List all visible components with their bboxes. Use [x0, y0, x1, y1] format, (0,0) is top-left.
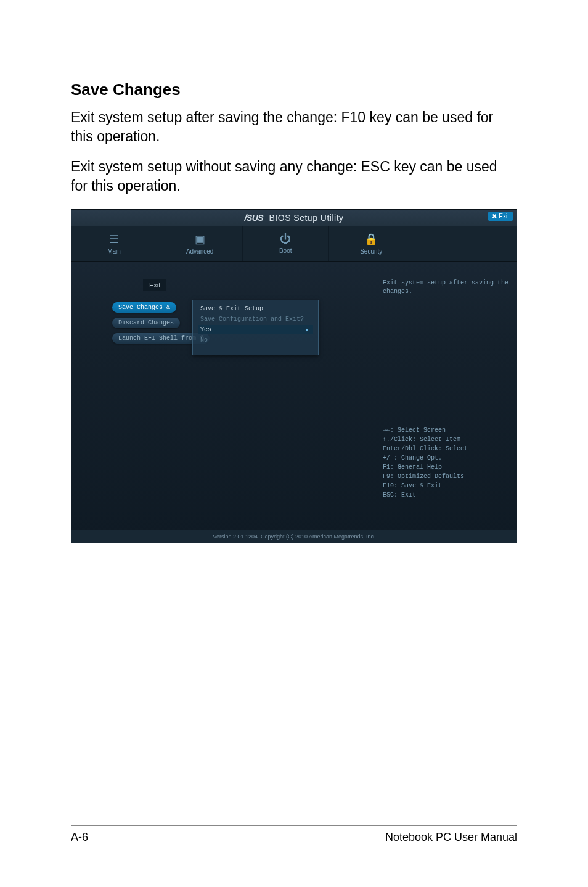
tab-boot[interactable]: ⏻ Boot: [243, 226, 329, 261]
bios-screenshot: /SUS BIOS Setup Utility ✖ Exit ☰ Main ▣ …: [71, 209, 517, 543]
context-help-text: Exit system setup after saving the chang…: [383, 279, 509, 296]
exit-section-header: Exit: [143, 279, 166, 291]
tab-advanced[interactable]: ▣ Advanced: [157, 226, 243, 261]
legend-line: ↑↓/Click: Select Item: [383, 435, 509, 444]
menu-save-changes[interactable]: Save Changes &: [112, 302, 176, 313]
tab-spacer: [414, 226, 517, 261]
page-number: A-6: [71, 831, 88, 844]
bios-exit-button[interactable]: ✖ Exit: [488, 212, 513, 221]
legend-line: F10: Save & Exit: [383, 481, 509, 490]
exit-icon: ✖: [492, 213, 497, 220]
menu-discard-changes[interactable]: Discard Changes: [112, 318, 180, 328]
popup-title: Save & Exit Setup: [198, 304, 313, 313]
bios-help-panel: Exit system setup after saving the chang…: [375, 262, 517, 530]
lock-icon: 🔒: [364, 233, 378, 246]
section-heading: Save Changes: [71, 80, 517, 99]
popup-no[interactable]: No: [198, 336, 313, 345]
legend-line: F1: General Help: [383, 463, 509, 472]
confirm-popup: Save & Exit Setup Save Configuration and…: [192, 300, 319, 355]
popup-yes[interactable]: Yes: [198, 325, 313, 334]
legend-line: →←: Select Screen: [383, 426, 509, 435]
brand-logo-text: /SUS: [244, 213, 263, 223]
tab-label: Advanced: [186, 248, 213, 255]
tab-label: Security: [360, 248, 382, 255]
legend-line: ESC: Exit: [383, 490, 509, 500]
bios-footer-text: Version 2.01.1204. Copyright (C) 2010 Am…: [71, 530, 517, 543]
bios-tabs: ☰ Main ▣ Advanced ⏻ Boot 🔒 Security: [71, 226, 517, 262]
manual-title: Notebook PC User Manual: [385, 831, 517, 844]
list-icon: ☰: [109, 233, 119, 246]
bios-title-text: BIOS Setup Utility: [269, 213, 344, 223]
page-footer: A-6 Notebook PC User Manual: [71, 825, 517, 844]
popup-question: Save Configuration and Exit?: [198, 315, 313, 324]
tab-security[interactable]: 🔒 Security: [329, 226, 414, 261]
power-icon: ⏻: [280, 233, 291, 245]
tab-main[interactable]: ☰ Main: [71, 226, 157, 261]
key-legend: →←: Select Screen ↑↓/Click: Select Item …: [383, 419, 509, 500]
bios-title: /SUS BIOS Setup Utility: [244, 213, 343, 223]
tab-label: Main: [107, 248, 121, 255]
exit-label: Exit: [499, 213, 509, 220]
bios-titlebar: /SUS BIOS Setup Utility ✖ Exit: [71, 210, 517, 226]
body-paragraph-1: Exit system setup after saving the chang…: [71, 108, 517, 146]
body-paragraph-2: Exit system setup without saving any cha…: [71, 157, 517, 196]
legend-line: Enter/Dbl Click: Select: [383, 444, 509, 453]
chip-icon: ▣: [195, 233, 205, 246]
legend-line: +/-: Change Opt.: [383, 453, 509, 463]
bios-main-panel: Exit Save Changes & Discard Changes Laun…: [71, 262, 375, 530]
legend-line: F9: Optimized Defaults: [383, 472, 509, 481]
tab-label: Boot: [279, 247, 292, 254]
